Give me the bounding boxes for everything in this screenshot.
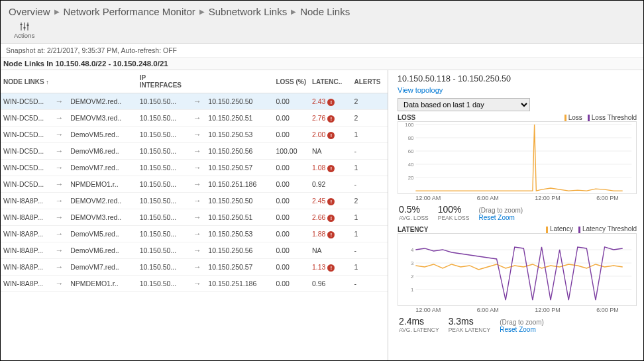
arrow-right-icon: → bbox=[191, 160, 206, 176]
arrow-right-icon: → bbox=[191, 209, 206, 226]
table-row[interactable]: WIN-DC5D...→DEMOVM2.red..10.150.50...→10… bbox=[1, 93, 388, 110]
alert-icon: ! bbox=[327, 231, 335, 238]
col-ip-interfaces[interactable]: IP INTERFACES bbox=[137, 70, 191, 93]
table-row[interactable]: WIN-I8A8P...→DemoVM6.red..10.150.50...→1… bbox=[1, 242, 388, 259]
table-row[interactable]: WIN-I8A8P...→DEMOVM2.red..10.150.50...→1… bbox=[1, 193, 388, 209]
latency-legend: Latency Latency Threshold bbox=[546, 225, 637, 232]
arrow-right-icon: → bbox=[53, 93, 68, 110]
svg-text:40: 40 bbox=[408, 162, 414, 168]
arrow-right-icon: → bbox=[191, 259, 206, 276]
detail-title: 10.150.50.118 - 10.150.250.50 bbox=[398, 74, 637, 83]
svg-rect-0 bbox=[20, 24, 22, 25]
col-loss[interactable]: LOSS (%) bbox=[273, 70, 309, 93]
col-alerts[interactable]: ALERTS bbox=[351, 70, 388, 93]
table-row[interactable]: WIN-DC5D...→DemoVM6.red..10.150.50...→10… bbox=[1, 143, 388, 160]
snapshot-text: Snapshot at: 2/21/2017, 9:35:37 PM, Auto… bbox=[1, 44, 643, 58]
arrow-right-icon: → bbox=[191, 276, 206, 292]
avg-loss: 0.5% bbox=[399, 204, 429, 215]
svg-text:1: 1 bbox=[411, 287, 413, 293]
breadcrumb-network-performance-monitor[interactable]: Network Performance Monitor bbox=[64, 6, 195, 17]
arrow-right-icon: → bbox=[53, 160, 68, 176]
arrow-right-icon: → bbox=[53, 259, 68, 276]
arrow-right-icon: → bbox=[191, 242, 206, 259]
time-range-dropdown[interactable]: Data based on last 1 day bbox=[398, 98, 530, 111]
node-links-table: NODE LINKS IP INTERFACES LOSS (%) LATENC… bbox=[1, 70, 388, 360]
arrow-right-icon: → bbox=[53, 176, 68, 193]
svg-text:60: 60 bbox=[408, 148, 414, 154]
table-row[interactable]: WIN-DC5D...→DEMOVM3.red..10.150.50...→10… bbox=[1, 110, 388, 127]
chevron-right-icon: ▶ bbox=[291, 8, 296, 15]
arrow-right-icon: → bbox=[191, 127, 206, 143]
breadcrumb-overview[interactable]: Overview bbox=[9, 6, 50, 17]
breadcrumb: Overview▶Network Performance Monitor▶Sub… bbox=[9, 6, 635, 17]
alert-icon: ! bbox=[327, 215, 335, 222]
reset-zoom-latency[interactable]: Reset Zoom bbox=[500, 326, 535, 333]
alert-icon: ! bbox=[327, 198, 335, 205]
arrow-right-icon: → bbox=[191, 110, 206, 127]
arrow-right-icon: → bbox=[53, 110, 68, 127]
arrow-right-icon: → bbox=[53, 226, 68, 242]
arrow-right-icon: → bbox=[53, 193, 68, 209]
alert-icon: ! bbox=[327, 165, 335, 172]
arrow-right-icon: → bbox=[53, 276, 68, 292]
arrow-right-icon: → bbox=[191, 143, 206, 160]
latency-chart[interactable]: 1234 bbox=[398, 233, 637, 306]
table-row[interactable]: WIN-I8A8P...→DEMOVM3.red..10.150.50...→1… bbox=[1, 209, 388, 226]
chevron-right-icon: ▶ bbox=[199, 8, 205, 15]
avg-latency: 2.4ms bbox=[399, 316, 439, 327]
actions-label: Actions bbox=[14, 32, 34, 39]
loss-chart[interactable]: 20406080100 bbox=[398, 121, 637, 194]
arrow-right-icon: → bbox=[191, 93, 206, 110]
svg-text:2: 2 bbox=[411, 274, 413, 280]
svg-text:4: 4 bbox=[411, 247, 414, 253]
arrow-right-icon: → bbox=[53, 127, 68, 143]
svg-text:20: 20 bbox=[408, 175, 414, 181]
arrow-right-icon: → bbox=[53, 242, 68, 259]
peak-loss: 100% bbox=[438, 204, 470, 215]
alert-icon: ! bbox=[327, 99, 335, 106]
table-row[interactable]: WIN-I8A8P...→DemoVM5.red..10.150.50...→1… bbox=[1, 226, 388, 242]
svg-text:3: 3 bbox=[411, 260, 414, 266]
view-topology-link[interactable]: View topology bbox=[398, 86, 637, 94]
sliders-icon bbox=[19, 21, 30, 32]
loss-chart-label: LOSS bbox=[398, 114, 415, 121]
col-latency[interactable]: LATENC.. bbox=[309, 70, 352, 93]
arrow-right-icon: → bbox=[191, 193, 206, 209]
svg-rect-2 bbox=[27, 25, 28, 26]
table-row[interactable]: WIN-DC5D...→NPMDEMO1.r..10.150.50...→10.… bbox=[1, 176, 388, 193]
table-row[interactable]: WIN-I8A8P...→DemoVM7.red..10.150.50...→1… bbox=[1, 259, 388, 276]
reset-zoom-loss[interactable]: Reset Zoom bbox=[478, 214, 514, 221]
arrow-right-icon: → bbox=[53, 209, 68, 226]
breadcrumb-subnetwork-links[interactable]: Subnetwork Links bbox=[209, 6, 287, 17]
latency-chart-label: LATENCY bbox=[398, 226, 428, 233]
table-row[interactable]: WIN-DC5D...→DemoVM5.red..10.150.50...→10… bbox=[1, 127, 388, 143]
arrow-right-icon: → bbox=[191, 176, 206, 193]
breadcrumb-node-links[interactable]: Node Links bbox=[300, 6, 350, 17]
alert-icon: ! bbox=[327, 132, 335, 139]
svg-text:100: 100 bbox=[405, 122, 414, 128]
peak-latency: 3.3ms bbox=[449, 316, 491, 327]
arrow-right-icon: → bbox=[191, 226, 206, 242]
loss-legend: Loss Loss Threshold bbox=[564, 114, 637, 121]
svg-text:80: 80 bbox=[408, 135, 414, 141]
table-row[interactable]: WIN-DC5D...→DemoVM7.red..10.150.50...→10… bbox=[1, 160, 388, 176]
chevron-right-icon: ▶ bbox=[54, 8, 60, 15]
svg-rect-1 bbox=[23, 27, 25, 28]
table-row[interactable]: WIN-I8A8P...→NPMDEMO1.r..10.150.50...→10… bbox=[1, 276, 388, 292]
subheader: Node Links In 10.150.48.0/22 - 10.150.24… bbox=[1, 58, 643, 70]
alert-icon: ! bbox=[327, 115, 335, 123]
col-node-links[interactable]: NODE LINKS bbox=[1, 70, 53, 93]
arrow-right-icon: → bbox=[53, 143, 68, 160]
actions-button[interactable]: Actions bbox=[14, 21, 34, 39]
alert-icon: ! bbox=[327, 264, 335, 272]
